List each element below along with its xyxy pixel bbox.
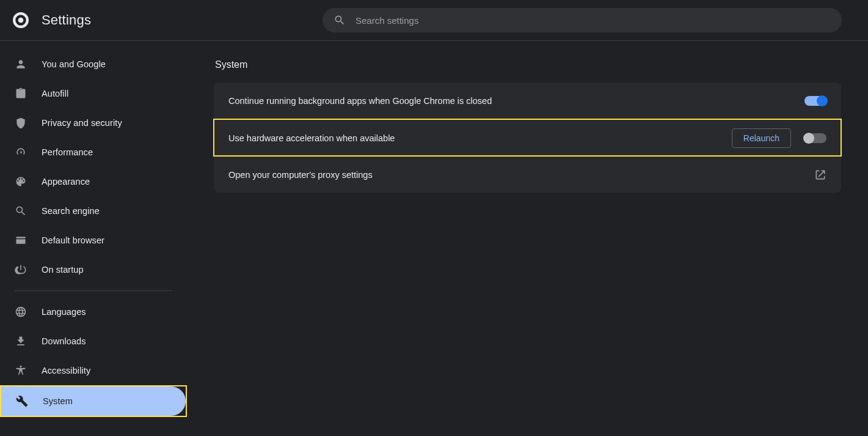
search-settings[interactable] xyxy=(323,8,842,32)
sidebar-item-system[interactable]: System xyxy=(1,386,186,416)
sidebar-item-label: Performance xyxy=(42,147,93,157)
sidebar-highlight-system: System xyxy=(0,385,187,417)
clipboard-icon xyxy=(15,87,27,100)
sidebar-item-label: You and Google xyxy=(42,59,106,69)
sidebar-item-appearance[interactable]: Appearance xyxy=(0,167,187,196)
sidebar-item-label: Languages xyxy=(42,307,86,317)
svg-point-1 xyxy=(18,18,24,23)
power-icon xyxy=(15,264,27,276)
sidebar-item-label: Appearance xyxy=(42,177,90,187)
sidebar-item-label: Autofill xyxy=(42,89,68,98)
search-icon xyxy=(334,14,346,26)
sidebar-item-performance[interactable]: Performance xyxy=(0,138,187,167)
download-icon xyxy=(15,335,27,347)
row-hardware-acceleration: Use hardware acceleration when available… xyxy=(214,119,841,156)
sidebar-item-on-startup[interactable]: On startup xyxy=(0,255,187,284)
accessibility-icon xyxy=(15,364,27,377)
sidebar: You and Google Autofill Privacy and secu… xyxy=(0,41,187,436)
sidebar-item-accessibility[interactable]: Accessibility xyxy=(0,356,187,385)
sidebar-item-you-and-google[interactable]: You and Google xyxy=(0,50,187,79)
sidebar-divider xyxy=(15,290,172,291)
row-label: Use hardware acceleration when available xyxy=(228,133,395,143)
chrome-logo-icon xyxy=(12,12,29,29)
row-label: Open your computer's proxy settings xyxy=(228,170,373,180)
toggle-hardware-acceleration[interactable] xyxy=(804,133,826,143)
section-title: System xyxy=(215,59,841,70)
sidebar-item-label: System xyxy=(43,396,73,406)
speedometer-icon xyxy=(15,146,27,158)
sidebar-item-search-engine[interactable]: Search engine xyxy=(0,196,187,226)
sidebar-item-label: Search engine xyxy=(42,206,100,216)
search-icon xyxy=(15,205,27,217)
row-label: Continue running background apps when Go… xyxy=(228,96,492,106)
row-background-apps: Continue running background apps when Go… xyxy=(214,83,841,119)
search-input[interactable] xyxy=(356,15,831,26)
sidebar-item-autofill[interactable]: Autofill xyxy=(0,79,187,108)
header: Settings xyxy=(0,0,868,41)
shield-icon xyxy=(15,117,27,129)
sidebar-item-label: Default browser xyxy=(42,235,104,245)
system-settings-card: Continue running background apps when Go… xyxy=(214,83,841,193)
page-title: Settings xyxy=(42,12,91,28)
browser-icon xyxy=(15,234,27,246)
open-external-icon xyxy=(814,169,826,181)
sidebar-item-default-browser[interactable]: Default browser xyxy=(0,226,187,255)
relaunch-button[interactable]: Relaunch xyxy=(732,128,791,148)
sidebar-item-downloads[interactable]: Downloads xyxy=(0,327,187,356)
person-icon xyxy=(15,58,27,70)
sidebar-item-languages[interactable]: Languages xyxy=(0,297,187,327)
sidebar-item-label: On startup xyxy=(42,265,84,275)
sidebar-item-privacy-and-security[interactable]: Privacy and security xyxy=(0,108,187,138)
wrench-icon xyxy=(16,395,28,407)
sidebar-item-label: Privacy and security xyxy=(42,118,122,128)
globe-icon xyxy=(15,306,27,318)
sidebar-item-label: Downloads xyxy=(42,336,86,346)
main-content: System Continue running background apps … xyxy=(187,41,868,436)
row-proxy-settings[interactable]: Open your computer's proxy settings xyxy=(214,156,841,193)
palette-icon xyxy=(15,176,27,188)
toggle-background-apps[interactable] xyxy=(804,96,826,106)
sidebar-item-label: Accessibility xyxy=(42,366,90,375)
